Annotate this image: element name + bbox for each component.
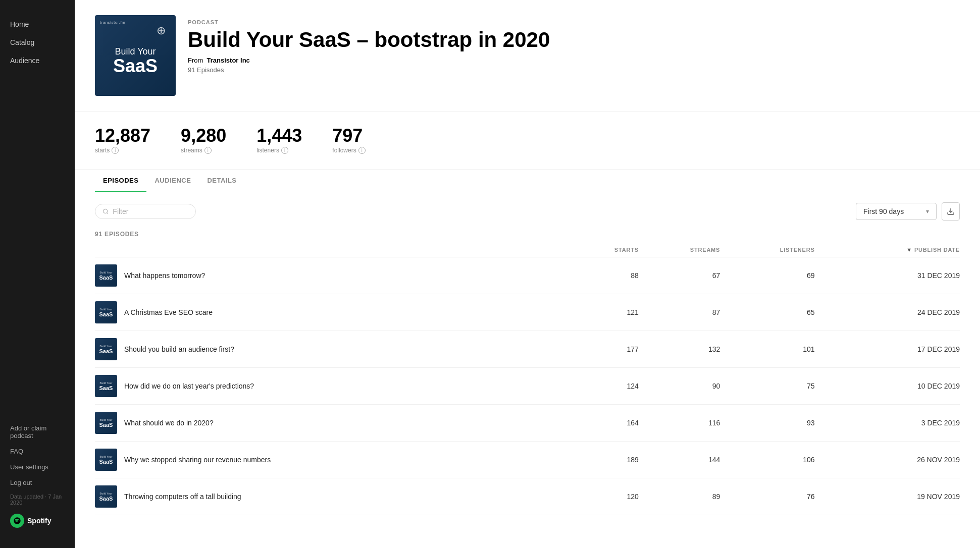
episode-listeners-6: 76 xyxy=(720,478,814,515)
thumb-saas: SaaS xyxy=(99,275,113,281)
data-updated-label: Data updated · 7 Jan 2020 xyxy=(0,490,75,509)
filter-input-wrap[interactable] xyxy=(95,204,196,219)
episode-listeners-1: 65 xyxy=(720,294,814,331)
info-icon-listeners[interactable]: i xyxy=(281,147,288,154)
episode-cell-inner-6: Build Your SaaS Throwing computers off a… xyxy=(95,485,573,508)
artwork-header: transistor.fm ⊕ xyxy=(100,20,171,25)
episode-cell-6: Build Your SaaS Throwing computers off a… xyxy=(95,478,573,515)
tab-audience[interactable]: AUDIENCE xyxy=(146,170,199,192)
episode-thumb-4: Build Your SaaS xyxy=(95,412,117,434)
episode-starts-4: 164 xyxy=(573,405,638,442)
spotify-icon xyxy=(10,514,24,528)
sidebar-footer-item-faq[interactable]: FAQ xyxy=(0,444,75,459)
episode-title-4: What should we do in 2020? xyxy=(124,419,214,427)
sidebar-nav: HomeCatalogAudience xyxy=(0,10,75,415)
time-filter-dropdown[interactable]: First 90 days ▾ xyxy=(856,203,937,220)
th-listeners: LISTENERS xyxy=(720,243,814,257)
podcast-label: PODCAST xyxy=(188,19,550,25)
episode-date-1: 24 DEC 2019 xyxy=(815,294,960,331)
episode-listeners-5: 106 xyxy=(720,442,814,478)
th-title xyxy=(95,243,573,257)
stat-streams: 9,280 streams i xyxy=(181,127,226,154)
episode-listeners-2: 101 xyxy=(720,331,814,368)
episode-listeners-3: 75 xyxy=(720,368,814,405)
episode-date-2: 17 DEC 2019 xyxy=(815,331,960,368)
episode-streams-3: 90 xyxy=(639,368,720,405)
table-header-row: STARTS STREAMS LISTENERS ▼ PUBLISH DATE xyxy=(95,243,960,257)
stat-value-starts: 12,887 xyxy=(95,127,150,145)
episodes-tbody: Build Your SaaS What happens tomorrow? 8… xyxy=(95,257,960,515)
episode-streams-1: 87 xyxy=(639,294,720,331)
episode-starts-2: 177 xyxy=(573,331,638,368)
stat-label-starts: starts i xyxy=(95,147,150,154)
spotify-logo: Spotify xyxy=(0,509,75,533)
table-row: Build Your SaaS Throwing computers off a… xyxy=(95,478,960,515)
sidebar-footer-item-user-settings[interactable]: User settings xyxy=(0,459,75,475)
episode-thumb-6: Build Your SaaS xyxy=(95,485,117,508)
episode-title-0: What happens tomorrow? xyxy=(124,271,205,280)
podcast-info: PODCAST Build Your SaaS – bootstrap in 2… xyxy=(188,15,550,74)
tab-episodes[interactable]: EPISODES xyxy=(95,170,146,192)
episode-title-1: A Christmas Eve SEO scare xyxy=(124,308,213,316)
episodes-section: First 90 days ▾ 91 EPISODES STARTS STREA… xyxy=(75,192,980,515)
episode-listeners-4: 93 xyxy=(720,405,814,442)
spotify-label: Spotify xyxy=(27,517,51,525)
filter-row: First 90 days ▾ xyxy=(95,192,960,231)
stat-value-followers: 797 xyxy=(332,127,365,145)
thumb-saas: SaaS xyxy=(99,311,113,317)
tab-details[interactable]: DETAILS xyxy=(199,170,244,192)
time-filter-value: First 90 days xyxy=(863,207,904,215)
stat-value-streams: 9,280 xyxy=(181,127,226,145)
episode-starts-3: 124 xyxy=(573,368,638,405)
svg-point-0 xyxy=(104,209,108,213)
episode-thumb-0: Build Your SaaS xyxy=(95,264,117,287)
table-row: Build Your SaaS What should we do in 202… xyxy=(95,405,960,442)
th-publish-label: PUBLISH DATE xyxy=(914,247,960,253)
episode-cell-1: Build Your SaaS A Christmas Eve SEO scar… xyxy=(95,294,573,331)
sidebar-item-home[interactable]: Home xyxy=(0,15,75,33)
episode-streams-2: 132 xyxy=(639,331,720,368)
thumb-line1: Build Your xyxy=(100,455,113,458)
th-starts: STARTS xyxy=(573,243,638,257)
sidebar-footer: Add or claim podcastFAQUser settingsLog … xyxy=(0,415,75,538)
episode-date-6: 19 NOV 2019 xyxy=(815,478,960,515)
transistor-label: transistor.fm xyxy=(100,20,125,25)
th-streams: STREAMS xyxy=(639,243,720,257)
stat-starts: 12,887 starts i xyxy=(95,127,150,154)
episode-cell-inner-1: Build Your SaaS A Christmas Eve SEO scar… xyxy=(95,301,573,323)
publisher-name: Transistor Inc xyxy=(207,57,250,64)
filter-input[interactable] xyxy=(113,207,188,215)
sidebar-footer-item-add-claim[interactable]: Add or claim podcast xyxy=(0,420,75,444)
info-icon-starts[interactable]: i xyxy=(112,147,119,154)
episode-cell-inner-0: Build Your SaaS What happens tomorrow? xyxy=(95,264,573,287)
episode-title-6: Throwing computers off a tall building xyxy=(124,492,241,501)
sidebar-footer-item-log-out[interactable]: Log out xyxy=(0,475,75,490)
thumb-saas: SaaS xyxy=(99,496,113,502)
thumb-line1: Build Your xyxy=(100,271,113,274)
episode-cell-inner-2: Build Your SaaS Should you build an audi… xyxy=(95,338,573,360)
stat-followers: 797 followers i xyxy=(332,127,365,154)
info-icon-followers[interactable]: i xyxy=(358,147,366,154)
table-row: Build Your SaaS Why we stopped sharing o… xyxy=(95,442,960,478)
episode-title-5: Why we stopped sharing our revenue numbe… xyxy=(124,456,271,464)
th-publish-date[interactable]: ▼ PUBLISH DATE xyxy=(815,243,960,257)
episode-thumb-2: Build Your SaaS xyxy=(95,338,117,360)
svg-line-1 xyxy=(107,212,108,213)
episode-cell-3: Build Your SaaS How did we do on last ye… xyxy=(95,368,573,405)
thumb-line1: Build Your xyxy=(100,308,113,311)
episode-streams-6: 89 xyxy=(639,478,720,515)
thumb-line1: Build Your xyxy=(100,418,113,421)
stat-value-listeners: 1,443 xyxy=(256,127,302,145)
episode-starts-0: 88 xyxy=(573,257,638,294)
episode-cell-4: Build Your SaaS What should we do in 202… xyxy=(95,405,573,442)
search-icon xyxy=(102,208,109,215)
thumb-line1: Build Your xyxy=(100,492,113,495)
sidebar-item-catalog[interactable]: Catalog xyxy=(0,33,75,51)
download-button[interactable] xyxy=(942,202,960,221)
thumb-saas: SaaS xyxy=(99,348,113,354)
info-icon-streams[interactable]: i xyxy=(204,147,212,154)
table-row: Build Your SaaS How did we do on last ye… xyxy=(95,368,960,405)
episode-date-0: 31 DEC 2019 xyxy=(815,257,960,294)
sidebar-item-audience[interactable]: Audience xyxy=(0,51,75,70)
podcast-header: transistor.fm ⊕ Build Your SaaS PODCAST … xyxy=(75,0,980,112)
